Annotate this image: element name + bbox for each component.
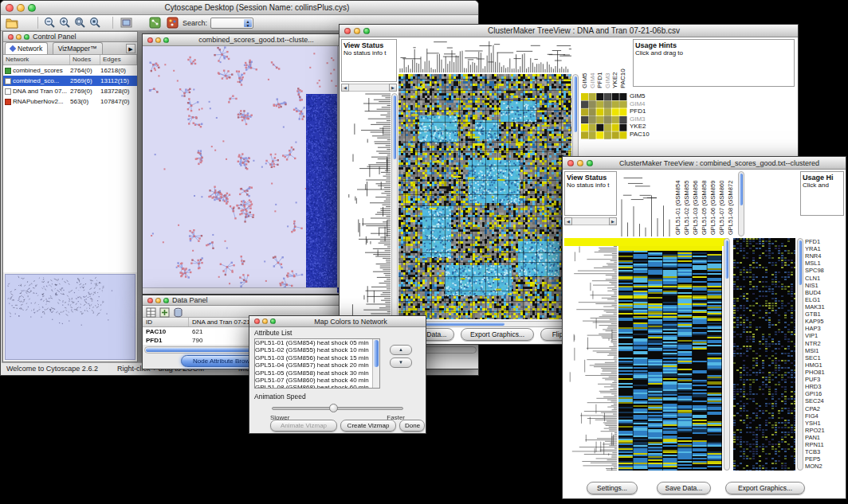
animation-speed-slider-thumb[interactable] xyxy=(329,404,338,412)
close-button[interactable] xyxy=(6,4,14,12)
network-grid-icon[interactable] xyxy=(149,17,162,29)
close-button[interactable] xyxy=(344,28,351,34)
attribute-item[interactable]: GPL51-02 (GSM855) heat shock 10 min xyxy=(255,346,372,354)
gene-label[interactable]: KAP95 xyxy=(805,318,845,325)
dialog-titlebar[interactable]: Map Colors to Network xyxy=(249,316,426,327)
gene-label[interactable]: PUF3 xyxy=(805,376,845,383)
scroll-thumb[interactable] xyxy=(740,174,743,205)
network-hscrollbar[interactable] xyxy=(143,287,337,294)
scroll-thumb[interactable] xyxy=(574,76,577,132)
select-attributes-icon[interactable] xyxy=(146,307,156,317)
labels-vscrollbar[interactable] xyxy=(738,171,744,236)
gene-label[interactable]: PFD1 xyxy=(805,238,845,245)
genes-vscrollbar[interactable] xyxy=(797,238,803,471)
combo-arrows-icon[interactable]: ▲▼ xyxy=(244,19,252,27)
attribute-item[interactable]: GPL51-03 (GSM856) heat shock 15 min xyxy=(255,354,372,361)
network-row[interactable]: RNAPuberNov2... 563(0) 107847(0) xyxy=(3,96,137,107)
scroll-left-icon[interactable]: ◀ xyxy=(564,217,572,225)
heatmap-canvas[interactable] xyxy=(618,246,722,471)
vizmapper-palette-icon[interactable] xyxy=(167,17,179,29)
treeview1-titlebar[interactable]: ClusterMaker TreeView : DNA and Tran 07-… xyxy=(340,25,798,37)
gene-label[interactable]: SEC24 xyxy=(805,397,845,404)
main-titlebar[interactable]: Cytoscape Desktop (Session Name: collins… xyxy=(1,1,478,15)
attribute-list-scrollbar[interactable] xyxy=(372,339,379,388)
column-dendrogram-canvas[interactable] xyxy=(618,171,673,236)
create-attribute-icon[interactable] xyxy=(159,307,170,317)
dialog-action-button[interactable]: Create Vizmap xyxy=(340,420,396,432)
minimize-button[interactable] xyxy=(155,298,161,303)
gene-label[interactable]: CLN1 xyxy=(805,275,845,282)
gene-label[interactable]: PEP5 xyxy=(805,455,845,463)
close-button[interactable] xyxy=(147,37,153,43)
gene-label[interactable]: FIG4 xyxy=(805,412,845,420)
close-button[interactable] xyxy=(254,318,260,324)
treeview-action-button[interactable]: Export Graphics... xyxy=(461,328,534,341)
gene-label[interactable]: ELG1 xyxy=(805,296,845,303)
gene-label[interactable]: RNR4 xyxy=(805,252,845,260)
gene-label[interactable]: SEC1 xyxy=(805,354,845,361)
search-input[interactable]: ▲▼ xyxy=(210,18,253,29)
minimize-button[interactable] xyxy=(262,318,268,324)
scroll-track[interactable] xyxy=(572,217,609,225)
gene-label[interactable]: HRD3 xyxy=(805,383,845,390)
header-edges[interactable]: Edges xyxy=(100,55,137,64)
gene-label[interactable]: YRA1 xyxy=(805,245,845,252)
attribute-item[interactable]: GPL51-07 (GSM860) heat shock 40 min xyxy=(255,377,372,384)
gene-label[interactable]: BUD4 xyxy=(805,289,845,296)
zoom-fit-icon[interactable] xyxy=(74,17,87,29)
scroll-thumb[interactable] xyxy=(374,340,379,367)
snapshot-icon[interactable] xyxy=(120,17,133,29)
minimize-button[interactable] xyxy=(17,4,25,12)
gene-label[interactable]: MSI1 xyxy=(805,347,845,354)
header-network[interactable]: Network xyxy=(3,55,70,64)
gene-label[interactable]: CPA2 xyxy=(805,405,845,412)
tab-network[interactable]: Network xyxy=(5,42,48,54)
minimize-button[interactable] xyxy=(577,160,583,166)
gene-label[interactable]: MAK31 xyxy=(805,303,845,311)
attribute-item[interactable]: GPL51-04 (GSM857) heat shock 20 min xyxy=(255,361,372,369)
zoom-button[interactable] xyxy=(363,28,370,34)
dendrogram-vscrollbar[interactable] xyxy=(391,93,398,319)
treeview2-titlebar[interactable]: ClusterMaker TreeView : combined_scores_… xyxy=(563,157,846,170)
move-up-button[interactable]: ▲ xyxy=(390,345,412,355)
zoom-button[interactable] xyxy=(587,160,593,166)
zoom-button[interactable] xyxy=(270,318,276,324)
zoom-button[interactable] xyxy=(24,34,29,40)
heatmap-canvas[interactable] xyxy=(398,74,571,319)
gene-label[interactable]: HMG1 xyxy=(805,361,845,369)
header-nodes[interactable]: Nodes xyxy=(70,55,100,64)
minimize-button[interactable] xyxy=(354,28,360,34)
zoom-in-icon[interactable] xyxy=(59,17,72,29)
gene-label[interactable]: MSL1 xyxy=(805,260,845,267)
gene-label[interactable]: PAN1 xyxy=(805,434,845,441)
tab-vizmapper[interactable]: VizMapper™ xyxy=(53,42,103,54)
minimize-button[interactable] xyxy=(155,37,161,43)
zoom-out-icon[interactable] xyxy=(44,17,57,29)
open-session-icon[interactable] xyxy=(6,17,18,29)
correlation-matrix-canvas[interactable] xyxy=(581,93,627,139)
treeview-action-button[interactable]: Export Graphics... xyxy=(725,482,805,494)
network-row[interactable]: combined_sco... 2569(6) 13112(15) xyxy=(3,76,137,86)
network-row[interactable]: DNA and Tran 07... 2769(0) 183728(0) xyxy=(3,86,137,96)
overview-canvas[interactable] xyxy=(6,275,135,359)
gene-label[interactable]: NTR2 xyxy=(805,340,845,347)
scroll-thumb[interactable] xyxy=(799,240,802,285)
gene-label[interactable]: SPC98 xyxy=(805,267,845,274)
gene-label[interactable]: TCB3 xyxy=(805,448,845,455)
gene-label[interactable]: MON2 xyxy=(805,463,845,470)
row-dendrogram-canvas[interactable] xyxy=(341,93,391,319)
control-panel-titlebar[interactable]: Control Panel xyxy=(3,32,137,42)
scroll-left-icon[interactable]: ◀ xyxy=(341,84,349,92)
gene-label[interactable]: GPI16 xyxy=(805,390,845,397)
treeview-action-button[interactable]: Settings... xyxy=(587,482,638,494)
row-dendrogram-canvas[interactable] xyxy=(564,246,617,471)
gene-label[interactable]: RPN11 xyxy=(805,441,845,448)
attribute-item[interactable]: GPL51-05 (GSM858) heat shock 30 min xyxy=(255,369,372,377)
dialog-action-button[interactable]: Animate Vizmap xyxy=(270,420,337,432)
header-id[interactable]: ID xyxy=(143,318,189,326)
close-button[interactable] xyxy=(567,160,574,166)
zoom-selected-icon[interactable] xyxy=(89,17,102,29)
scroll-thumb[interactable] xyxy=(393,96,396,159)
tab-overflow-button[interactable]: ▶ xyxy=(126,44,135,53)
gene-label[interactable]: YSH1 xyxy=(805,420,845,427)
